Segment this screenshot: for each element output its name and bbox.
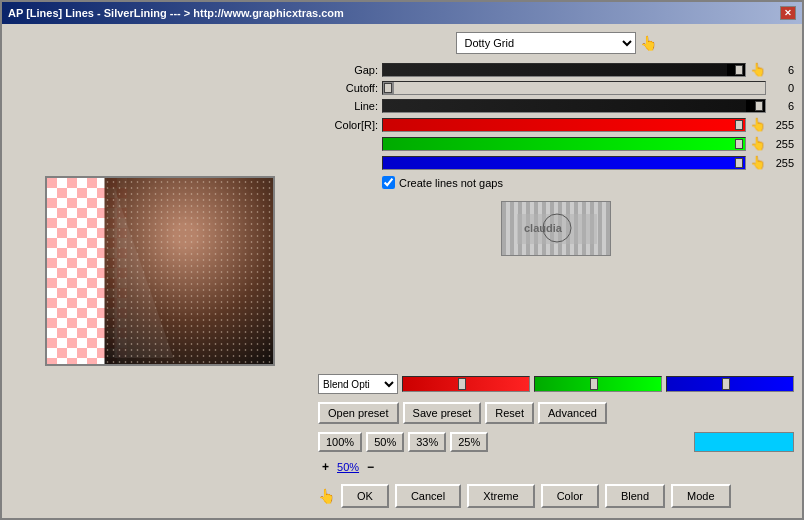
- blend-r-slider[interactable]: [402, 376, 530, 392]
- color-r-slider-track: [382, 118, 746, 132]
- gap-hand-icon: 👆: [750, 62, 766, 77]
- color-r-row: Color[R]: 👆 255: [318, 117, 794, 132]
- preview-canvas: [47, 178, 275, 366]
- reset-button[interactable]: Reset: [485, 402, 534, 424]
- color-b-value: 255: [770, 157, 794, 169]
- gap-row: Gap: 👆 6: [318, 62, 794, 77]
- blend-r-thumb[interactable]: [458, 378, 466, 390]
- zoom-minus-button[interactable]: −: [363, 460, 378, 474]
- spacer: [318, 268, 794, 370]
- bottom-buttons-row: 👆 OK Cancel Xtreme Color Blend Mode: [318, 480, 794, 510]
- color-b-hand-icon: 👆: [750, 155, 766, 170]
- blend-b-thumb[interactable]: [722, 378, 730, 390]
- advanced-button[interactable]: Advanced: [538, 402, 607, 424]
- preset-buttons-row: Open preset Save preset Reset Advanced: [318, 402, 794, 424]
- zoom-50-button[interactable]: 50%: [366, 432, 404, 452]
- line-value: 6: [770, 100, 794, 112]
- line-slider-track: [382, 99, 766, 113]
- dropdown-row: Dotty Grid Lines Wavy Lines Diagonal 👆: [318, 32, 794, 54]
- cutoff-row: Cutoff: 0: [318, 81, 794, 95]
- window-title: AP [Lines] Lines - SilverLining --- > ht…: [8, 7, 344, 19]
- checkbox-row: Create lines not gaps: [382, 176, 794, 189]
- ok-hand-icon: 👆: [318, 488, 335, 504]
- zoom-current-value[interactable]: 50%: [337, 461, 359, 473]
- open-preset-button[interactable]: Open preset: [318, 402, 399, 424]
- color-button[interactable]: Color: [541, 484, 599, 508]
- color-r-value: 255: [770, 119, 794, 131]
- blend-row: Blend Opti Normal Multiply: [318, 374, 794, 394]
- zoom-control-row: + 50% −: [318, 460, 794, 474]
- preview-thumbnail: [501, 201, 611, 256]
- blend-g-thumb[interactable]: [590, 378, 598, 390]
- color-r-hand-icon: 👆: [750, 117, 766, 132]
- blend-b-slider[interactable]: [666, 376, 794, 392]
- ok-button[interactable]: OK: [341, 484, 389, 508]
- gap-value: 6: [770, 64, 794, 76]
- zoom-row: 100% 50% 33% 25%: [318, 432, 794, 452]
- gap-slider-track: [382, 63, 746, 77]
- line-slider-thumb[interactable]: [755, 101, 763, 111]
- zoom-100-button[interactable]: 100%: [318, 432, 362, 452]
- color-b-row: 👆 255: [318, 155, 794, 170]
- right-panel: Dotty Grid Lines Wavy Lines Diagonal 👆 G…: [318, 32, 794, 510]
- close-button[interactable]: ✕: [780, 6, 796, 20]
- cyan-color-box: [694, 432, 794, 452]
- thumb-canvas: [502, 202, 611, 256]
- left-panel: [10, 32, 310, 510]
- cutoff-label: Cutoff:: [318, 82, 378, 94]
- color-g-value: 255: [770, 138, 794, 150]
- mode-button[interactable]: Mode: [671, 484, 731, 508]
- save-preset-button[interactable]: Save preset: [403, 402, 482, 424]
- preview-section: [318, 201, 794, 256]
- color-r-slider-thumb[interactable]: [735, 120, 743, 130]
- create-lines-label: Create lines not gaps: [399, 177, 503, 189]
- color-g-hand-icon: 👆: [750, 136, 766, 151]
- line-label: Line:: [318, 100, 378, 112]
- color-g-row: 👆 255: [318, 136, 794, 151]
- main-window: AP [Lines] Lines - SilverLining --- > ht…: [0, 0, 804, 520]
- color-g-slider-thumb[interactable]: [735, 139, 743, 149]
- preview-box: [45, 176, 275, 366]
- cutoff-slider-track: [382, 81, 766, 95]
- cancel-button[interactable]: Cancel: [395, 484, 461, 508]
- blend-dropdown[interactable]: Blend Opti Normal Multiply: [318, 374, 398, 394]
- cutoff-value: 0: [770, 82, 794, 94]
- color-g-slider-track: [382, 137, 746, 151]
- zoom-33-button[interactable]: 33%: [408, 432, 446, 452]
- main-content: Dotty Grid Lines Wavy Lines Diagonal 👆 G…: [2, 24, 802, 518]
- color-b-slider-track: [382, 156, 746, 170]
- blend-button[interactable]: Blend: [605, 484, 665, 508]
- color-r-label: Color[R]:: [318, 119, 378, 131]
- title-bar: AP [Lines] Lines - SilverLining --- > ht…: [2, 2, 802, 24]
- gap-label: Gap:: [318, 64, 378, 76]
- gap-slider-thumb[interactable]: [735, 65, 743, 75]
- color-b-slider-thumb[interactable]: [735, 158, 743, 168]
- zoom-25-button[interactable]: 25%: [450, 432, 488, 452]
- create-lines-checkbox[interactable]: [382, 176, 395, 189]
- blend-g-slider[interactable]: [534, 376, 662, 392]
- cutoff-slider-thumb[interactable]: [384, 83, 392, 93]
- dropdown-hand-icon: 👆: [640, 35, 657, 51]
- style-dropdown[interactable]: Dotty Grid Lines Wavy Lines Diagonal: [456, 32, 636, 54]
- zoom-plus-button[interactable]: +: [318, 460, 333, 474]
- line-row: Line: 6: [318, 99, 794, 113]
- xtreme-button[interactable]: Xtreme: [467, 484, 534, 508]
